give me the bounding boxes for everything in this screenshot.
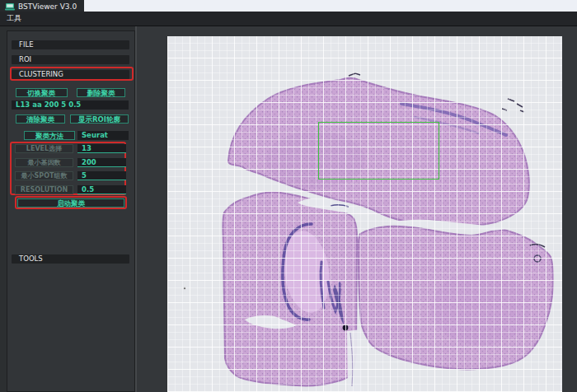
section-tools[interactable]: TOOLS xyxy=(12,254,129,264)
show-roi-outline-button[interactable]: 显示ROI轮廓 xyxy=(70,114,129,124)
section-clustering[interactable]: CLUSTERING xyxy=(12,70,129,79)
param-label-min-genes: 最小基因数 xyxy=(15,158,73,167)
panel-splitter[interactable] xyxy=(135,26,137,392)
param-label-resolution: RESOLUTION xyxy=(15,185,73,194)
sidebar-panel: FILE ROI CLUSTERING 切换聚类 删除聚类 L13 aa 200… xyxy=(7,30,135,392)
start-cluster-button[interactable]: 启动聚类 xyxy=(17,198,124,208)
menu-tools[interactable]: 工具 xyxy=(7,13,21,24)
tissue-lower-left-lobe xyxy=(223,192,357,385)
window-title: BSTViewer V3.0 xyxy=(18,2,77,11)
cluster-method-value[interactable]: Seurat xyxy=(77,131,129,140)
clear-cluster-button[interactable]: 清除聚类 xyxy=(16,114,65,124)
dark-spot xyxy=(343,325,349,331)
titlebar-light-strip xyxy=(0,0,577,12)
section-roi[interactable]: ROI xyxy=(12,55,129,64)
cluster-selector[interactable]: L13 aa 200 5 0.5 xyxy=(12,100,129,110)
menubar: 工具 xyxy=(0,12,577,26)
switch-cluster-button[interactable]: 切换聚类 xyxy=(16,88,68,97)
section-file[interactable]: FILE xyxy=(12,40,129,49)
delete-cluster-button[interactable]: 删除聚类 xyxy=(77,88,125,97)
cluster-method-button[interactable]: 聚类方法 xyxy=(24,131,75,140)
roi-overlay-rect[interactable] xyxy=(318,122,439,180)
param-label-level: LEVEL选择 xyxy=(15,144,73,153)
slide-viewer-canvas[interactable] xyxy=(167,36,562,392)
param-input-min-spot[interactable]: 5 xyxy=(77,171,126,180)
app-window: BSTViewer V3.0 工具 FILE ROI CLUSTERING 切换… xyxy=(0,0,577,392)
tissue-image xyxy=(167,36,562,392)
param-input-min-genes[interactable]: 200 xyxy=(77,158,126,167)
param-label-min-spot: 最小SPOT组数 xyxy=(15,171,73,180)
param-input-level[interactable]: 13 xyxy=(77,144,126,153)
app-icon xyxy=(5,2,15,11)
tissue-lower-right-lobe xyxy=(359,226,554,370)
param-input-resolution[interactable]: 0.5 xyxy=(77,185,126,194)
